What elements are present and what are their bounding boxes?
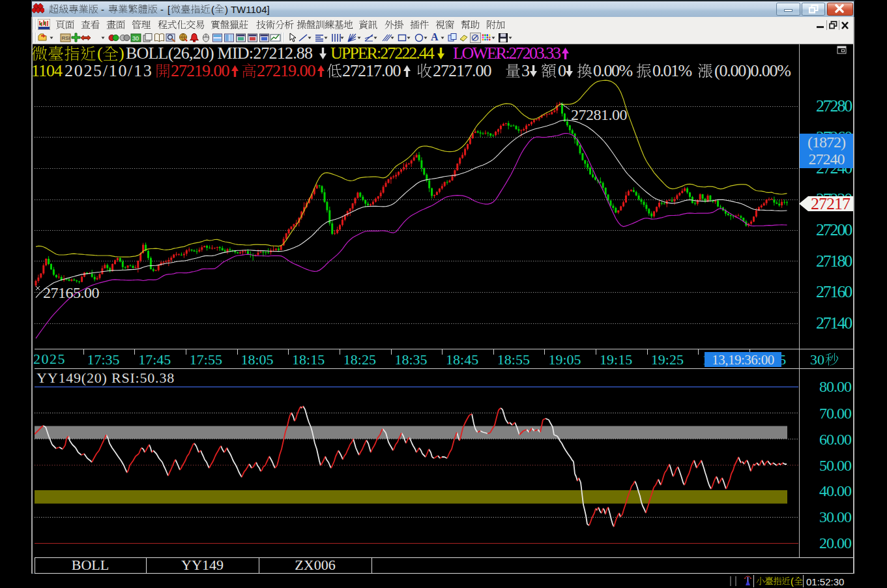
svg-text:30: 30 bbox=[132, 35, 139, 42]
svg-text:RSI: RSI bbox=[62, 35, 70, 41]
